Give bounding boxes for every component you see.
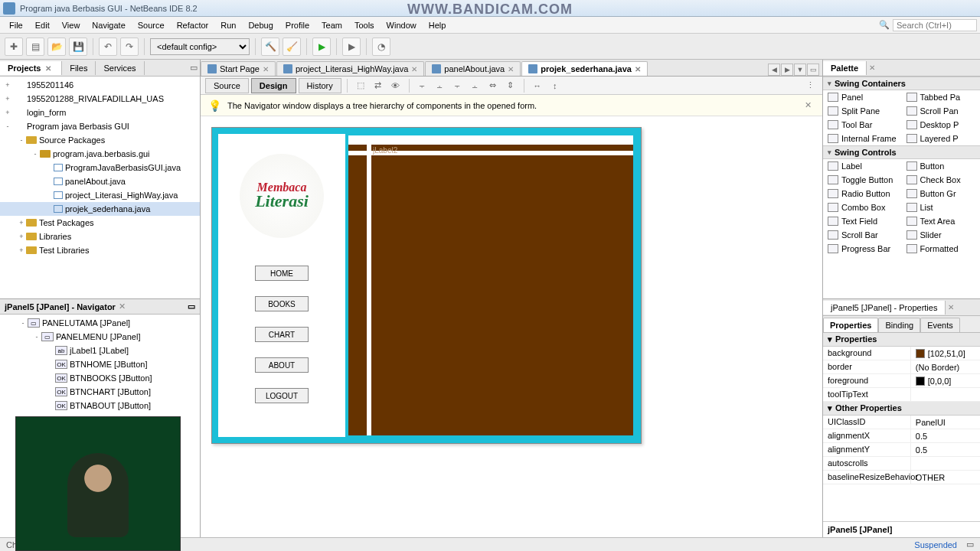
menu-profile[interactable]: Profile: [279, 19, 315, 31]
expander-icon[interactable]: -: [31, 150, 40, 158]
navigator-item[interactable]: OKBTNHOME [JButton]: [0, 357, 200, 371]
property-category[interactable]: ▾Other Properties: [823, 402, 980, 416]
navigator-item[interactable]: -▭PANELUTAMA [JPanel]: [0, 316, 200, 330]
tab-max-button[interactable]: ▭: [807, 64, 819, 76]
tree-item[interactable]: ProgramJavaBerbasisGUI.java: [0, 161, 200, 174]
view-history-button[interactable]: History: [299, 78, 341, 93]
quick-search[interactable]: 🔍: [879, 19, 977, 31]
tree-item[interactable]: project_Literasi_HighWay.java: [0, 188, 200, 202]
form-logout-button[interactable]: LOGOUT: [255, 388, 309, 403]
tab-prev-button[interactable]: ◀: [768, 64, 780, 76]
tree-item[interactable]: panelAbout.java: [0, 174, 200, 188]
collapse-icon[interactable]: ▾: [828, 80, 831, 87]
palette-item[interactable]: Tabbed Pa: [902, 90, 981, 104]
view-design-button[interactable]: Design: [251, 78, 296, 93]
expander-icon[interactable]: -: [18, 319, 28, 327]
view-source-button[interactable]: Source: [205, 78, 249, 93]
align-right-icon[interactable]: ⫠: [433, 78, 448, 93]
projects-tab-projects[interactable]: Projects ✕: [0, 61, 62, 75]
search-input[interactable]: [893, 19, 977, 31]
form-about-button[interactable]: ABOUT: [255, 357, 309, 373]
property-row[interactable]: border(No Border): [823, 360, 980, 374]
palette-item[interactable]: Combo Box: [823, 201, 902, 214]
tree-item[interactable]: -Program java Berbasis GUI: [0, 119, 200, 133]
property-row[interactable]: background[102,51,0]: [823, 347, 980, 360]
close-tab-icon[interactable]: ✕: [263, 65, 269, 73]
toolbar-menu-icon[interactable]: ⋮: [802, 78, 818, 93]
property-row[interactable]: alignmentX0.5: [823, 429, 980, 443]
close-tab-icon[interactable]: ✕: [635, 65, 641, 73]
panelmenu[interactable]: Membaca Literasi HOMEBOOKSCHARTABOUTLOGO…: [218, 134, 345, 437]
projects-tree[interactable]: +1955201146+1955201288_RIVALFADILLAH_UAS…: [0, 77, 200, 298]
menu-tools[interactable]: Tools: [348, 19, 381, 31]
property-row[interactable]: baselineResizeBehaviorOTHER: [823, 471, 980, 484]
property-row[interactable]: foreground[0,0,0]: [823, 374, 980, 388]
close-icon[interactable]: ✕: [867, 64, 877, 72]
expander-icon[interactable]: -: [17, 136, 26, 144]
config-select[interactable]: <default config>: [150, 38, 250, 55]
tree-item[interactable]: +Libraries: [0, 230, 200, 243]
jpanel5-content[interactable]: jLabel2: [347, 134, 635, 437]
resize-h-icon[interactable]: ↔: [530, 78, 545, 93]
menu-file[interactable]: File: [3, 19, 29, 31]
menu-help[interactable]: Help: [423, 19, 452, 31]
profile-button[interactable]: ◔: [372, 37, 390, 56]
palette-item[interactable]: Tool Bar: [823, 118, 902, 132]
palette-category[interactable]: ▾Swing Controls: [823, 145, 980, 159]
collapse-icon[interactable]: ▾: [828, 403, 832, 413]
undo-button[interactable]: ↶: [99, 37, 117, 56]
connection-mode-icon[interactable]: ⇄: [371, 78, 386, 93]
palette-item[interactable]: Split Pane: [823, 104, 902, 118]
tree-item[interactable]: +login_form: [0, 106, 200, 119]
palette-item[interactable]: Text Area: [902, 214, 981, 228]
tree-item[interactable]: -Source Packages: [0, 133, 200, 147]
palette-item[interactable]: Label: [823, 159, 902, 173]
palette-item[interactable]: Formatted: [902, 242, 981, 256]
close-tab-icon[interactable]: ✕: [411, 65, 417, 73]
design-canvas[interactable]: Membaca Literasi HOMEBOOKSCHARTABOUTLOGO…: [201, 116, 822, 537]
panelutama[interactable]: Membaca Literasi HOMEBOOKSCHARTABOUTLOGO…: [218, 134, 635, 437]
palette-item[interactable]: Text Field: [823, 214, 902, 228]
property-row[interactable]: UIClassIDPanelUI: [823, 416, 980, 429]
palette-item[interactable]: List: [902, 201, 981, 214]
palette-item[interactable]: Button Gr: [902, 187, 981, 201]
menu-window[interactable]: Window: [381, 19, 423, 31]
form-home-button[interactable]: HOME: [255, 266, 309, 281]
navigator-item[interactable]: OKBTNCHART [JButton]: [0, 385, 200, 399]
new-file-button[interactable]: ✚: [5, 37, 23, 56]
debug-button[interactable]: ▶: [342, 37, 361, 56]
close-icon[interactable]: ✕: [119, 302, 126, 311]
palette-item[interactable]: Slider: [902, 228, 981, 242]
properties-body[interactable]: ▾Propertiesbackground[102,51,0]border(No…: [823, 333, 980, 521]
menu-refactor[interactable]: Refactor: [171, 19, 215, 31]
expander-icon[interactable]: -: [32, 333, 41, 341]
expander-icon[interactable]: -: [3, 122, 12, 130]
expander-icon[interactable]: +: [17, 233, 26, 240]
preview-icon[interactable]: 👁: [388, 78, 403, 93]
expander-icon[interactable]: +: [3, 81, 12, 89]
navigator-item[interactable]: -▭PANELMENU [JPanel]: [0, 330, 200, 344]
palette-item[interactable]: Toggle Button: [823, 173, 902, 187]
align-bottom-icon[interactable]: ⫠: [468, 78, 483, 93]
palette-body[interactable]: ▾Swing ContainersPanelTabbed PaSplit Pan…: [823, 77, 980, 298]
align-top-icon[interactable]: ⫟: [450, 78, 466, 93]
editor-tab[interactable]: project_Literasi_HighWay.java✕: [276, 61, 424, 76]
menu-navigate[interactable]: Navigate: [86, 19, 131, 31]
center-h-icon[interactable]: ⇔: [485, 78, 501, 93]
props-tab-events[interactable]: Events: [920, 318, 960, 332]
palette-item[interactable]: Desktop P: [902, 118, 981, 132]
property-category[interactable]: ▾Properties: [823, 333, 980, 347]
projects-tab-services[interactable]: Services: [96, 61, 144, 75]
build-button[interactable]: 🔨: [261, 37, 279, 56]
save-all-button[interactable]: 💾: [69, 37, 87, 56]
tab-list-button[interactable]: ▼: [794, 64, 806, 76]
navigator-item[interactable]: OKBTNABOUT [JButton]: [0, 399, 200, 412]
form-books-button[interactable]: BOOKS: [255, 296, 309, 311]
menu-view[interactable]: View: [56, 19, 87, 31]
notifications-icon[interactable]: ▭: [966, 540, 974, 549]
menu-edit[interactable]: Edit: [29, 19, 56, 31]
selection-mode-icon[interactable]: ⬚: [353, 78, 368, 93]
palette-category[interactable]: ▾Swing Containers: [823, 77, 980, 90]
align-left-icon[interactable]: ⫟: [415, 78, 430, 93]
new-project-button[interactable]: ▤: [26, 37, 44, 56]
